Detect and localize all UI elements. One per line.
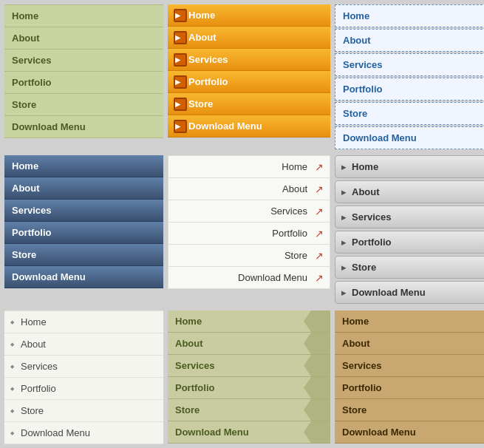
menu-item-download-menu[interactable]: Download Menu [168, 115, 330, 138]
menu-item-services[interactable]: Services [4, 356, 163, 378]
menu-item-store[interactable]: Store [4, 400, 163, 422]
menu-item-about[interactable]: About [168, 177, 330, 200]
menu-item-store[interactable]: Store [335, 256, 484, 279]
menu-item-about[interactable]: About [168, 27, 330, 49]
menu-item-about[interactable]: About [168, 333, 330, 355]
menu-block-3: HomeAboutServicesPortfolioStoreDownload … [335, 4, 484, 151]
menu-item-home[interactable]: Home [168, 4, 330, 27]
menu-block-6: HomeAboutServicesPortfolioStoreDownload … [335, 155, 484, 306]
menu-item-portfolio[interactable]: Portfolio [168, 222, 330, 244]
menu-item-download-menu[interactable]: Download Menu [4, 266, 163, 288]
menu-item-services[interactable]: Services [335, 53, 484, 76]
menu-item-store[interactable]: Store [4, 244, 163, 266]
menu-block-7: HomeAboutServicesPortfolioStoreDownload … [4, 310, 163, 444]
menu-item-portfolio[interactable]: Portfolio [4, 222, 163, 244]
menu-item-home[interactable]: Home [168, 310, 330, 333]
menu-item-services[interactable]: Services [168, 355, 330, 377]
menu-item-about[interactable]: About [4, 177, 163, 200]
menu-item-about[interactable]: About [4, 333, 163, 356]
menu-block-5: HomeAboutServicesPortfolioStoreDownload … [168, 155, 330, 306]
menu-item-store[interactable]: Store [168, 93, 330, 115]
menu-item-download-menu[interactable]: Download Menu [168, 266, 330, 289]
menu-item-services[interactable]: Services [4, 200, 163, 222]
menu-item-services[interactable]: Services [335, 355, 484, 377]
menu-item-portfolio[interactable]: Portfolio [4, 378, 163, 400]
menu-grid: HomeAboutServicesPortfolioStoreDownload … [0, 0, 484, 448]
menu-item-portfolio[interactable]: Portfolio [168, 71, 330, 93]
menu-item-home[interactable]: Home [4, 4, 163, 27]
menu-item-services[interactable]: Services [168, 200, 330, 222]
menu-item-download-menu[interactable]: Download Menu [335, 421, 484, 444]
menu-item-store[interactable]: Store [4, 94, 163, 116]
menu-item-store[interactable]: Store [335, 399, 484, 421]
menu-item-store[interactable]: Store [168, 399, 330, 421]
menu-item-home[interactable]: Home [4, 155, 163, 177]
menu-item-services[interactable]: Services [168, 49, 330, 71]
menu-item-home[interactable]: Home [335, 155, 484, 178]
menu-item-about[interactable]: About [335, 333, 484, 355]
menu-item-home[interactable]: Home [4, 310, 163, 333]
menu-item-download-menu[interactable]: Download Menu [4, 422, 163, 444]
menu-block-8: HomeAboutServicesPortfolioStoreDownload … [168, 310, 330, 444]
menu-item-portfolio[interactable]: Portfolio [335, 231, 484, 254]
menu-item-download-menu[interactable]: Download Menu [335, 126, 484, 149]
menu-block-2: HomeAboutServicesPortfolioStoreDownload … [168, 4, 330, 151]
menu-item-store[interactable]: Store [335, 102, 484, 125]
menu-item-download-menu[interactable]: Download Menu [335, 281, 484, 304]
menu-item-store[interactable]: Store [168, 244, 330, 266]
menu-item-download-menu[interactable]: Download Menu [4, 116, 163, 138]
menu-item-home[interactable]: Home [335, 310, 484, 333]
menu-item-portfolio[interactable]: Portfolio [4, 72, 163, 94]
menu-item-about[interactable]: About [335, 29, 484, 52]
menu-item-services[interactable]: Services [4, 50, 163, 72]
menu-item-portfolio[interactable]: Portfolio [335, 377, 484, 399]
menu-block-1: HomeAboutServicesPortfolioStoreDownload … [4, 4, 163, 151]
menu-block-9: HomeAboutServicesPortfolioStoreDownload … [335, 310, 484, 444]
menu-item-services[interactable]: Services [335, 206, 484, 228]
menu-item-portfolio[interactable]: Portfolio [168, 377, 330, 399]
menu-item-about[interactable]: About [4, 27, 163, 50]
menu-item-home[interactable]: Home [168, 155, 330, 177]
menu-item-about[interactable]: About [335, 180, 484, 203]
menu-item-download-menu[interactable]: Download Menu [168, 421, 330, 444]
menu-block-4: HomeAboutServicesPortfolioStoreDownload … [4, 155, 163, 306]
menu-item-portfolio[interactable]: Portfolio [335, 78, 484, 101]
menu-item-home[interactable]: Home [335, 4, 484, 27]
